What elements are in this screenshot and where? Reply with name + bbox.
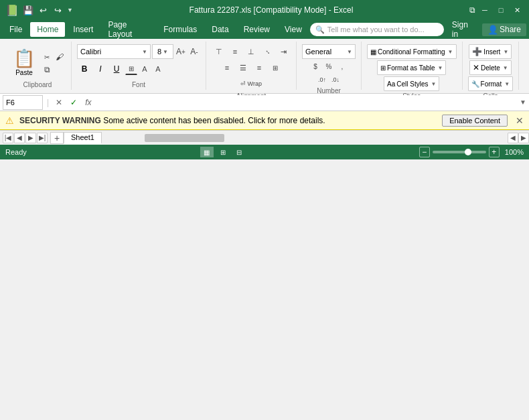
ribbon-group-alignment: ⊤ ≡ ⊥ ↕ ⇥ ≡ ☰ ≡ ⊞ ⏎ Wrap Alignment (206, 42, 297, 90)
add-sheet-button[interactable]: + (50, 132, 64, 144)
cell-styles-button[interactable]: Aa Cell Styles ▼ (384, 76, 439, 91)
insert-cells-button[interactable]: ➕ Insert ▼ (469, 44, 512, 59)
wrap-text-button[interactable]: ⏎ Wrap (238, 76, 264, 91)
comma-button[interactable]: , (336, 60, 348, 72)
currency-button[interactable]: $ (309, 60, 321, 72)
close-button[interactable]: ✕ (510, 3, 524, 17)
minimize-button[interactable]: ─ (478, 3, 492, 17)
ribbon-group-number: General ▼ $ % , .0↑ .0↓ Number (297, 42, 362, 90)
align-middle-button[interactable]: ≡ (228, 44, 242, 59)
format-table-arrow: ▼ (438, 65, 443, 71)
page-layout-view-button[interactable]: ⊞ (216, 147, 230, 157)
font-name-dropdown[interactable]: Calibri ▼ (77, 44, 151, 59)
scroll-right-button[interactable]: ▶ (518, 133, 529, 143)
zoom-slider-thumb[interactable] (465, 149, 471, 155)
nav-first-button[interactable]: |◀ (3, 133, 13, 143)
format-painter-button[interactable]: 🖌 (54, 51, 66, 63)
maximize-button[interactable]: □ (494, 3, 508, 17)
font-size-dropdown[interactable]: 8 ▼ (152, 44, 173, 59)
redo-icon[interactable]: ↪ (52, 5, 63, 15)
horizontal-scrollbar-thumb[interactable] (145, 134, 225, 142)
zoom-out-button[interactable]: − (419, 147, 430, 157)
align-left-button[interactable]: ≡ (220, 60, 234, 75)
horizontal-scrollbar[interactable] (104, 133, 505, 143)
bold-button[interactable]: B (77, 62, 92, 76)
save-icon[interactable]: 💾 (23, 5, 33, 15)
menu-data[interactable]: Data (205, 22, 235, 37)
font-name-row: Calibri ▼ 8 ▼ A+ A- (77, 44, 200, 59)
nav-next-button[interactable]: ▶ (25, 133, 36, 143)
warning-icon: ⚠ (5, 115, 14, 126)
page-break-view-button[interactable]: ⊟ (232, 147, 246, 157)
conditional-formatting-button[interactable]: ▦ Conditional Formatting ▼ (367, 44, 457, 59)
normal-view-button[interactable]: ▦ (200, 147, 214, 157)
security-warning-bar: ⚠ SECURITY WARNING Some active content h… (0, 111, 529, 130)
nav-prev-button[interactable]: ◀ (14, 133, 25, 143)
delete-arrow: ▼ (503, 65, 508, 71)
text-direction-button[interactable]: ↕ (256, 41, 277, 62)
scroll-left-button[interactable]: ◀ (508, 133, 518, 143)
cells-content: ➕ Insert ▼ ✕ Delete ▼ 🔧 Format ▼ (468, 44, 514, 91)
fx-label: fx (82, 98, 94, 107)
italic-button[interactable]: I (93, 62, 108, 76)
menu-review[interactable]: Review (237, 22, 277, 37)
menu-formulas[interactable]: Formulas (157, 22, 204, 37)
menu-file[interactable]: File (3, 22, 29, 37)
align-right-button[interactable]: ≡ (252, 60, 267, 75)
signin-button[interactable]: Sign in (445, 17, 481, 42)
security-close-button[interactable]: ✕ (516, 115, 524, 126)
sheet-tab-1[interactable]: Sheet1 (64, 132, 102, 144)
paste-button[interactable]: 📋 Paste (9, 46, 39, 79)
zoom-in-button[interactable]: + (489, 147, 500, 157)
styles-content: ▦ Conditional Formatting ▼ ⊞ Format as T… (367, 44, 457, 91)
cell-reference-box[interactable]: F6 (3, 95, 43, 110)
delete-cells-button[interactable]: ✕ Delete ▼ (469, 60, 512, 75)
enable-content-button[interactable]: Enable Content (442, 115, 508, 127)
number-format-dropdown[interactable]: General ▼ (302, 44, 356, 59)
share-button[interactable]: 👤 Share (482, 23, 526, 36)
title-bar-left: 📗 💾 ↩ ↪ ▼ (5, 4, 73, 17)
menu-view[interactable]: View (278, 22, 309, 37)
percent-button[interactable]: % (323, 60, 335, 72)
cancel-formula-button[interactable]: ✕ (53, 96, 65, 109)
fill-color-button[interactable]: A (139, 63, 151, 75)
format-arrow: ▼ (504, 81, 510, 87)
formula-icons: ✕ ✓ fx (53, 96, 94, 109)
nav-last-button[interactable]: ▶| (37, 133, 48, 143)
customize-arrow[interactable]: ▼ (67, 7, 73, 13)
formula-bar-expand-icon[interactable]: ▼ (520, 98, 526, 106)
format-cells-button[interactable]: 🔧 Format ▼ (468, 76, 514, 91)
align-top-button[interactable]: ⊤ (212, 44, 226, 59)
border-button[interactable]: ⊞ (125, 63, 137, 75)
format-as-table-button[interactable]: ⊞ Format as Table ▼ (377, 60, 446, 75)
underline-button[interactable]: U (109, 62, 124, 76)
menu-home[interactable]: Home (30, 22, 65, 37)
increase-font-button[interactable]: A+ (175, 46, 187, 58)
indent-button[interactable]: ⇥ (276, 44, 291, 59)
font-name-arrow: ▼ (142, 49, 147, 55)
font-color-button[interactable]: A (152, 63, 164, 75)
formula-input[interactable] (96, 95, 517, 110)
increase-decimal-button[interactable]: .0↑ (316, 74, 328, 86)
security-text: SECURITY WARNING Some active content has… (19, 116, 437, 125)
status-bar: Ready ▦ ⊞ ⊟ − + 100% (0, 145, 529, 159)
cut-button[interactable]: ✂ (41, 51, 53, 63)
merge-button[interactable]: ⊞ (268, 60, 283, 75)
align-center-button[interactable]: ☰ (236, 60, 250, 75)
status-center: ▦ ⊞ ⊟ (27, 147, 419, 157)
align-bottom-button[interactable]: ⊥ (244, 44, 258, 59)
decrease-font-button[interactable]: A- (188, 46, 200, 58)
number-content: General ▼ $ % , .0↑ .0↓ (302, 44, 356, 86)
number-format-arrow: ▼ (347, 49, 352, 55)
menu-insert[interactable]: Insert (66, 22, 100, 37)
window-resize-icon: ⧉ (469, 5, 475, 15)
copy-button[interactable]: ⧉ (41, 64, 53, 76)
confirm-formula-button[interactable]: ✓ (68, 96, 80, 109)
decrease-decimal-button[interactable]: .0↓ (329, 74, 342, 86)
undo-icon[interactable]: ↩ (37, 5, 48, 15)
menu-page-layout[interactable]: Page Layout (101, 17, 155, 42)
number-row3: .0↑ .0↓ (316, 74, 342, 86)
search-placeholder[interactable]: Tell me what you want to do... (327, 25, 425, 33)
zoom-slider[interactable] (433, 151, 486, 153)
sheet-navigation: |◀ ◀ ▶ ▶| (0, 133, 50, 143)
